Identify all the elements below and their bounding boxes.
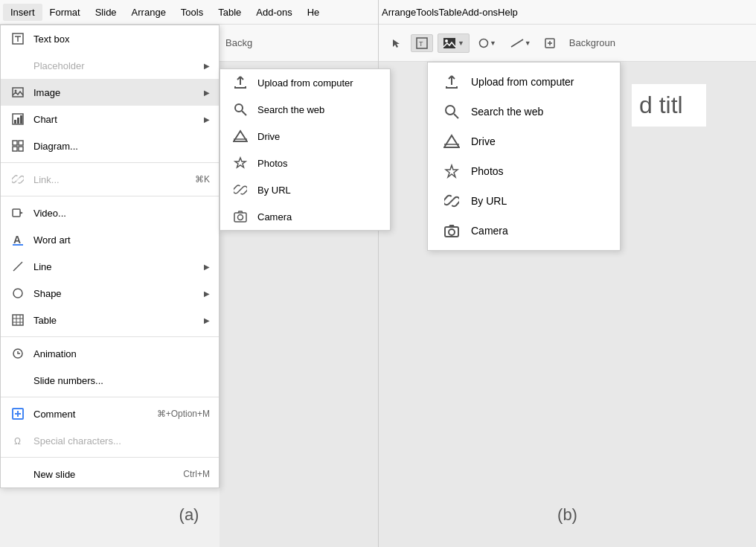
line-toolbar-btn[interactable]: ▼ <box>505 36 536 51</box>
camera-b-label: Camera <box>471 225 508 237</box>
camera-b-icon <box>443 222 461 240</box>
byurl-b-icon <box>443 192 461 210</box>
menu-item-table[interactable]: Table ▶ <box>1 307 219 333</box>
svg-rect-3 <box>13 88 23 97</box>
menu-item-wordart[interactable]: A Word art <box>1 226 219 253</box>
menu-table[interactable]: Table <box>211 4 249 21</box>
image-icon <box>10 84 26 100</box>
submenu-b-photos[interactable]: Photos <box>428 156 620 186</box>
svg-line-45 <box>511 39 523 47</box>
menubar-a: Insert Format Slide Arrange Tools Table … <box>0 0 378 25</box>
menu-item-special[interactable]: Ω Special characters... <box>1 427 219 454</box>
menu-item-placeholder[interactable]: Placeholder ▶ <box>1 52 219 79</box>
menu-b-arrange[interactable]: Arrange <box>382 7 416 18</box>
svg-rect-9 <box>13 141 17 145</box>
menu-slide[interactable]: Slide <box>88 4 124 21</box>
submenu-drive[interactable]: Drive <box>220 123 390 150</box>
submenu-byurl[interactable]: By URL <box>220 176 390 203</box>
animation-label: Animation <box>33 348 210 359</box>
svg-text:T: T <box>419 40 423 48</box>
drive-label: Drive <box>257 131 280 142</box>
menu-arrange[interactable]: Arrange <box>124 4 173 21</box>
image-submenu-b: Upload from computer Search the web Driv… <box>427 62 621 251</box>
menu-item-shape[interactable]: Shape ▶ <box>1 280 219 307</box>
table-arrow: ▶ <box>204 316 210 324</box>
menu-item-line[interactable]: Line ▶ <box>1 253 219 280</box>
submenu-camera[interactable]: Camera <box>220 203 390 230</box>
slide-title-text: d titl <box>632 84 706 127</box>
submenu-b-upload[interactable]: Upload from computer <box>428 67 620 97</box>
photos-b-icon <box>443 162 461 180</box>
submenu-b-drive[interactable]: Drive <box>428 127 620 156</box>
menu-b-tools[interactable]: Tools <box>416 7 438 18</box>
menu-addons[interactable]: Add-ons <box>249 4 299 21</box>
menu-item-slidenumbers[interactable]: Slide numbers... <box>1 367 219 394</box>
shape-toolbar-btn[interactable]: ▼ <box>474 36 501 51</box>
svg-rect-11 <box>13 147 17 151</box>
video-icon <box>10 205 26 221</box>
menu-tools[interactable]: Tools <box>173 4 211 21</box>
menu-item-animation[interactable]: Animation <box>1 340 219 367</box>
byurl-label: By URL <box>257 185 291 196</box>
slidenumbers-label: Slide numbers... <box>33 375 210 386</box>
menu-item-video[interactable]: Video... <box>1 199 219 226</box>
menu-b-addons[interactable]: Add-ons <box>462 7 498 18</box>
submenu-b-searchweb[interactable]: Search the web <box>428 97 620 127</box>
menu-item-link[interactable]: Link... ⌘K <box>1 166 219 193</box>
menu-b-table[interactable]: Table <box>439 7 462 18</box>
menu-item-chart[interactable]: Chart ▶ <box>1 106 219 132</box>
placeholder-icon <box>10 57 26 74</box>
searchweb-b-label: Search the web <box>471 106 543 118</box>
placeholder-label: Placeholder <box>33 60 201 71</box>
menu-item-image[interactable]: Image ▶ <box>1 79 219 106</box>
line-arrow: ▶ <box>204 263 210 271</box>
svg-point-30 <box>235 104 243 112</box>
menu-item-textbox[interactable]: Text box <box>1 25 219 52</box>
svg-marker-33 <box>234 131 247 141</box>
svg-rect-8 <box>20 115 22 124</box>
svg-line-50 <box>454 114 458 118</box>
chart-arrow: ▶ <box>204 115 210 124</box>
textbox-label: Text box <box>33 33 210 45</box>
textbox-icon <box>10 31 26 47</box>
placeholder-arrow: ▶ <box>204 62 210 70</box>
photos-icon <box>232 155 249 171</box>
textbox-toolbar-btn[interactable]: T <box>411 34 433 52</box>
menu-item-comment[interactable]: Comment ⌘+Option+M <box>1 400 219 427</box>
submenu-b-camera[interactable]: Camera <box>428 216 620 246</box>
comment-icon <box>10 406 26 422</box>
chart-label: Chart <box>33 114 201 125</box>
slidenumbers-icon <box>10 372 26 388</box>
panel-a: Insert Format Slide Arrange Tools Table … <box>0 0 378 547</box>
byurl-b-label: By URL <box>471 195 507 207</box>
photos-label: Photos <box>257 158 287 169</box>
link-shortcut: ⌘K <box>195 174 210 185</box>
camera-icon <box>232 208 249 225</box>
menu-insert[interactable]: Insert <box>3 4 42 21</box>
svg-rect-12 <box>19 147 23 151</box>
menu-item-diagram[interactable]: Diagram... <box>1 132 219 159</box>
submenu-photos[interactable]: Photos <box>220 150 390 176</box>
menu-help[interactable]: He <box>300 4 327 21</box>
menu-item-newslide[interactable]: New slide Ctrl+M <box>1 461 219 487</box>
submenu-b-byurl[interactable]: By URL <box>428 186 620 216</box>
image-submenu: Upload from computer Search the web Driv… <box>220 68 391 231</box>
svg-marker-35 <box>235 158 246 167</box>
divider-3 <box>1 336 219 337</box>
add-toolbar-btn[interactable] <box>540 36 560 51</box>
shape-icon <box>10 285 26 301</box>
upload-b-label: Upload from computer <box>471 76 574 88</box>
menu-format[interactable]: Format <box>42 4 88 21</box>
svg-point-38 <box>238 215 243 220</box>
menu-b-help[interactable]: Help <box>498 7 518 18</box>
divider-1 <box>1 162 219 163</box>
cursor-btn[interactable] <box>387 36 406 51</box>
submenu-upload[interactable]: Upload from computer <box>220 69 390 96</box>
newslide-shortcut: Ctrl+M <box>183 469 210 479</box>
svg-point-55 <box>449 229 455 235</box>
wordart-icon: A <box>10 231 26 248</box>
svg-marker-15 <box>20 211 23 214</box>
svg-line-31 <box>242 111 246 115</box>
image-toolbar-btn[interactable]: ▼ <box>438 33 470 53</box>
submenu-searchweb[interactable]: Search the web <box>220 96 390 123</box>
